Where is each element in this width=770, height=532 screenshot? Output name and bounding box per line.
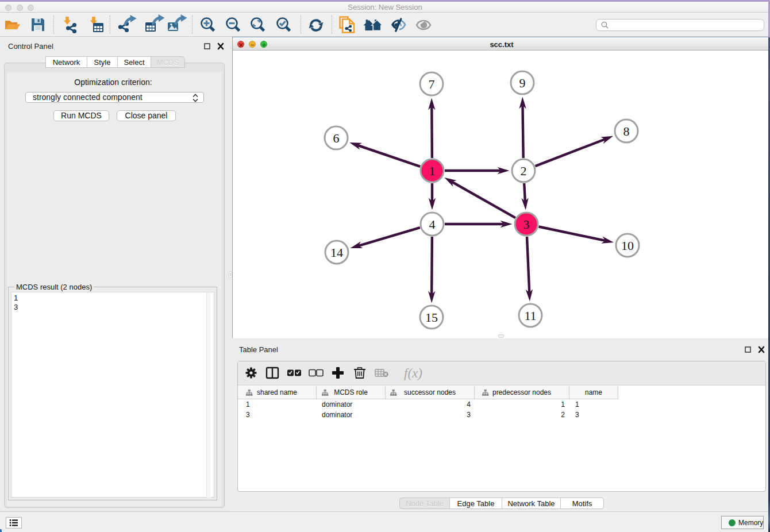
svg-text:3: 3: [523, 217, 530, 232]
svg-text:7: 7: [429, 77, 435, 91]
svg-text:10: 10: [621, 238, 634, 253]
svg-text:1: 1: [429, 164, 436, 178]
svg-text:9: 9: [519, 76, 526, 90]
svg-text:8: 8: [623, 124, 630, 138]
svg-text:4: 4: [429, 217, 436, 232]
svg-text:2: 2: [521, 164, 527, 178]
svg-text:6: 6: [333, 131, 340, 145]
svg-text:11: 11: [524, 309, 536, 323]
svg-text:f(x): f(x): [404, 366, 422, 380]
svg-text:15: 15: [425, 310, 438, 325]
svg-text:14: 14: [330, 245, 343, 260]
